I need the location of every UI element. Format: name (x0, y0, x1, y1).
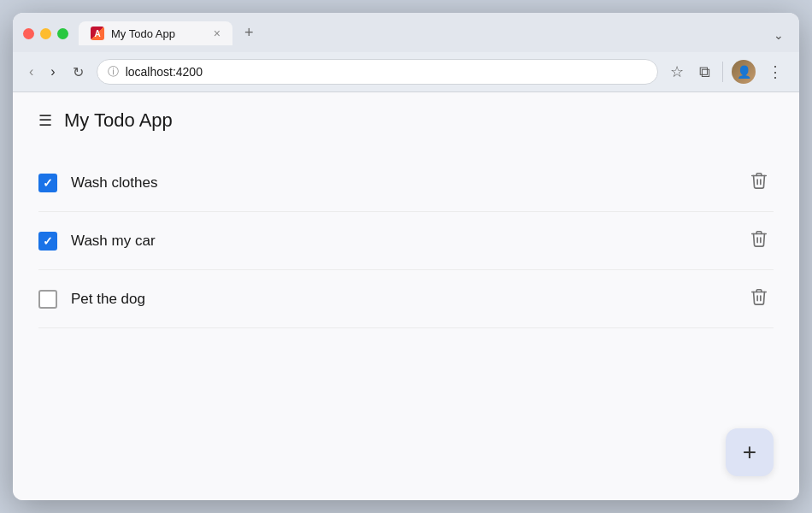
profile-avatar[interactable]: 👤 (732, 60, 756, 84)
todo-item: ✓ Wash my car (38, 212, 774, 270)
active-tab[interactable]: A My Todo App × (79, 21, 232, 45)
todo-checkbox-1[interactable]: ✓ (38, 174, 57, 192)
traffic-lights (23, 28, 68, 39)
todo-item: ✓ Wash clothes (38, 154, 774, 212)
toolbar-divider (722, 62, 723, 82)
bookmark-button[interactable]: ☆ (667, 61, 687, 83)
delete-button-1[interactable] (744, 169, 774, 196)
address-bar: ‹ › ↻ ⓘ localhost:4200 ☆ ⧉ 👤 ⋮ (13, 52, 799, 92)
todo-checkbox-3[interactable] (38, 290, 57, 309)
forward-button[interactable]: › (46, 62, 59, 81)
more-options-button[interactable]: ⋮ (764, 61, 787, 83)
checkmark-icon: ✓ (43, 235, 53, 247)
trash-icon (750, 287, 768, 306)
trash-icon (750, 171, 768, 190)
tab-close-button[interactable]: × (214, 27, 221, 39)
reload-button[interactable]: ↻ (68, 62, 88, 82)
todo-label-2: Wash my car (71, 233, 731, 250)
delete-button-3[interactable] (744, 286, 774, 312)
app-content: ☰ My Todo App ✓ Wash clothes (13, 92, 799, 500)
checkmark-icon: ✓ (43, 177, 53, 189)
hamburger-icon[interactable]: ☰ (38, 111, 52, 130)
minimize-button[interactable] (40, 28, 51, 39)
todo-list: ✓ Wash clothes ✓ (13, 145, 799, 500)
extensions-button[interactable]: ⧉ (696, 62, 714, 83)
tab-favicon: A (91, 27, 104, 40)
maximize-button[interactable] (57, 28, 68, 39)
app-title: My Todo App (64, 109, 173, 132)
app-body: ✓ Wash clothes ✓ (13, 145, 799, 500)
title-bar: A My Todo App × + ⌄ (13, 13, 799, 52)
delete-button-2[interactable] (744, 227, 774, 254)
browser-toolbar-actions: ☆ ⧉ 👤 ⋮ (667, 60, 787, 84)
info-icon: ⓘ (108, 64, 119, 80)
trash-icon (750, 229, 768, 248)
todo-label-1: Wash clothes (71, 174, 731, 192)
new-tab-button[interactable]: + (239, 24, 259, 45)
browser-window: A My Todo App × + ⌄ ‹ › ↻ ⓘ localhost:42… (13, 13, 799, 500)
add-todo-button[interactable]: + (726, 428, 774, 476)
tab-title: My Todo App (111, 27, 175, 40)
back-button[interactable]: ‹ (25, 62, 38, 81)
app-header: ☰ My Todo App (13, 92, 799, 145)
todo-item: Pet the dog (38, 270, 774, 328)
close-button[interactable] (23, 28, 34, 39)
todo-label-3: Pet the dog (71, 291, 731, 308)
tabs-dropdown-button[interactable]: ⌄ (768, 28, 789, 45)
todo-checkbox-2[interactable]: ✓ (38, 232, 57, 251)
address-text: localhost:4200 (126, 65, 647, 79)
address-input-wrap[interactable]: ⓘ localhost:4200 (97, 59, 658, 85)
